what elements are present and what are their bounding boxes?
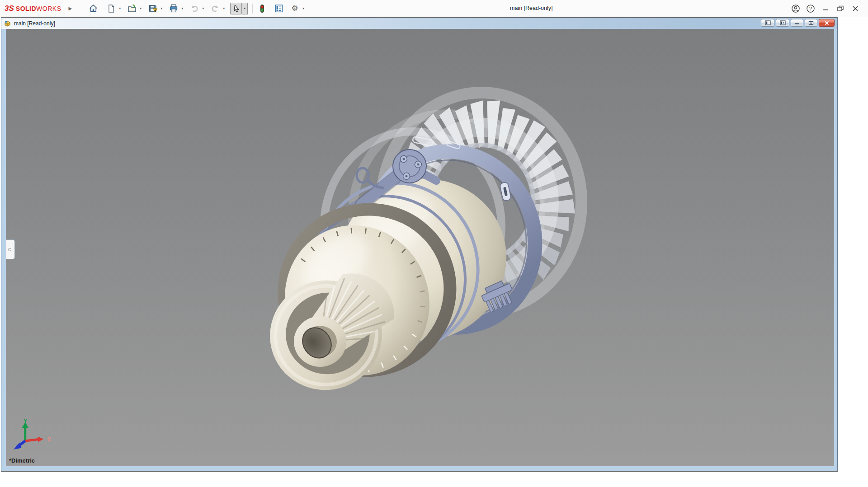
brand-works: WORKS bbox=[36, 5, 61, 12]
toggle-left-pane-button[interactable] bbox=[761, 19, 774, 27]
document-close-button[interactable] bbox=[819, 19, 835, 27]
left-pane-icon bbox=[765, 20, 771, 25]
jet-engine-model bbox=[6, 29, 834, 466]
app-window-controls: ? bbox=[788, 0, 868, 17]
svg-text:?: ? bbox=[809, 6, 811, 11]
help-button[interactable]: ? bbox=[803, 2, 818, 15]
toggle-right-pane-button[interactable] bbox=[776, 19, 789, 27]
save-button[interactable] bbox=[147, 3, 159, 14]
redo-dropdown[interactable]: ▾ bbox=[221, 6, 226, 10]
view-orientation-label: *Dimetric bbox=[9, 457, 35, 464]
select-tool-dropdown[interactable]: ▾ bbox=[242, 3, 248, 14]
document-title: main [Read-only] bbox=[14, 20, 55, 27]
right-pane-icon bbox=[780, 20, 786, 25]
settings-gear-icon: ⚙ bbox=[292, 5, 298, 12]
3ds-logo-glyph: 3S bbox=[5, 4, 14, 13]
solidworks-logo: 3S SOLID WORKS bbox=[5, 4, 61, 13]
select-tool-button[interactable] bbox=[230, 3, 242, 14]
select-arrow-icon bbox=[231, 4, 241, 13]
undo-button[interactable] bbox=[189, 3, 200, 14]
document-minimize-icon bbox=[795, 21, 800, 25]
brand-solid: SOLID bbox=[16, 5, 36, 12]
open-folder-icon bbox=[127, 4, 137, 14]
save-icon bbox=[148, 4, 158, 14]
evaluate-list-icon bbox=[274, 4, 283, 13]
settings-dropdown[interactable]: ▾ bbox=[301, 6, 306, 10]
home-button[interactable] bbox=[87, 3, 99, 14]
help-icon: ? bbox=[806, 4, 815, 13]
home-icon bbox=[89, 4, 98, 13]
save-dropdown[interactable]: ▾ bbox=[159, 6, 164, 10]
minimize-icon bbox=[821, 4, 830, 13]
toolbar-separator bbox=[252, 4, 253, 14]
open-button[interactable] bbox=[126, 3, 138, 14]
document-close-icon bbox=[824, 21, 830, 25]
traffic-light-button[interactable] bbox=[256, 3, 268, 14]
document-titlebar[interactable]: main [Read-only] bbox=[1, 18, 837, 29]
settings-button[interactable]: ⚙ bbox=[289, 3, 301, 14]
feature-tree-flyout-tab[interactable] bbox=[6, 239, 15, 259]
open-dropdown[interactable]: ▾ bbox=[138, 6, 143, 10]
close-icon bbox=[851, 4, 860, 13]
quick-access-toolbar: ▾ ▾ ▾ bbox=[87, 3, 310, 14]
orientation-triad: Y X bbox=[9, 417, 56, 456]
undo-icon bbox=[189, 4, 199, 14]
redo-button[interactable] bbox=[209, 3, 221, 14]
menu-expand-arrow[interactable]: ▶ bbox=[68, 6, 72, 11]
new-document-button[interactable] bbox=[105, 3, 117, 14]
minimize-button[interactable] bbox=[818, 2, 833, 15]
undo-dropdown[interactable]: ▾ bbox=[200, 6, 206, 10]
y-axis bbox=[24, 427, 26, 441]
print-icon bbox=[169, 4, 179, 14]
new-document-dropdown[interactable]: ▾ bbox=[117, 6, 123, 10]
restore-button[interactable] bbox=[833, 2, 848, 15]
close-button[interactable] bbox=[848, 2, 863, 15]
document-restore-icon bbox=[808, 21, 814, 25]
assembly-document-icon bbox=[4, 20, 11, 27]
document-window: main [Read-only] bbox=[1, 17, 838, 472]
evaluate-list-button[interactable] bbox=[273, 3, 284, 14]
x-axis bbox=[25, 440, 38, 441]
account-icon bbox=[791, 4, 800, 13]
app-titlebar: 3S SOLID WORKS ▶ ▾ ▾ bbox=[0, 0, 868, 17]
document-window-controls bbox=[761, 19, 835, 27]
flyout-dot-icon bbox=[8, 248, 11, 251]
traffic-light-icon bbox=[258, 4, 267, 13]
graphics-viewport[interactable]: Y X *Dimetric bbox=[6, 29, 834, 466]
redo-icon bbox=[210, 4, 220, 14]
print-dropdown[interactable]: ▾ bbox=[179, 6, 185, 10]
new-document-icon bbox=[107, 4, 116, 13]
document-restore-button[interactable] bbox=[805, 19, 817, 27]
account-button[interactable] bbox=[788, 2, 803, 15]
app-title: main [Read-only] bbox=[510, 5, 553, 11]
print-button[interactable] bbox=[168, 3, 179, 14]
restore-icon bbox=[836, 4, 845, 13]
document-minimize-button[interactable] bbox=[791, 19, 803, 27]
triad-x-label: X bbox=[47, 436, 51, 443]
